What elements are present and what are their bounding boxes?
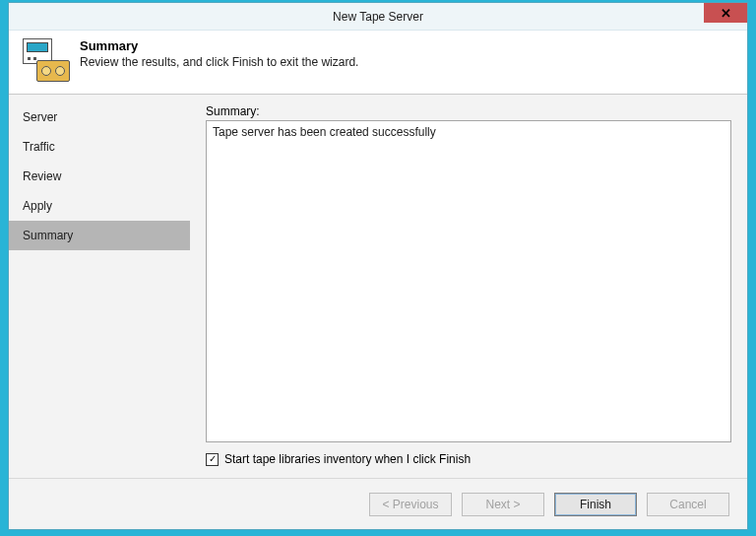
step-subtitle: Review the results, and click Finish to …	[80, 55, 358, 69]
header-text: Summary Review the results, and click Fi…	[80, 38, 358, 69]
nav-item-traffic[interactable]: Traffic	[9, 132, 190, 162]
nav-item-server[interactable]: Server	[9, 102, 190, 132]
wizard-nav: Server Traffic Review Apply Summary	[9, 95, 190, 478]
wizard-body: Server Traffic Review Apply Summary Summ…	[9, 95, 747, 478]
next-button: Next >	[462, 493, 544, 516]
inventory-checkbox-row: ✓ Start tape libraries inventory when I …	[206, 452, 731, 466]
step-title: Summary	[80, 38, 358, 53]
titlebar: New Tape Server ✕	[9, 3, 747, 31]
tape-server-icon	[23, 38, 68, 84]
close-button[interactable]: ✕	[704, 3, 747, 23]
summary-label: Summary:	[206, 104, 731, 118]
nav-item-summary[interactable]: Summary	[9, 221, 190, 250]
wizard-header: Summary Review the results, and click Fi…	[9, 31, 747, 95]
cancel-button: Cancel	[647, 493, 729, 516]
close-icon: ✕	[721, 6, 731, 21]
checkmark-icon: ✓	[209, 454, 217, 464]
wizard-main: Summary: Tape server has been created su…	[190, 95, 747, 478]
nav-item-review[interactable]: Review	[9, 162, 190, 191]
summary-output[interactable]: Tape server has been created successfull…	[206, 120, 731, 442]
window-title: New Tape Server	[333, 10, 423, 24]
inventory-checkbox[interactable]: ✓	[206, 453, 219, 466]
summary-text: Tape server has been created successfull…	[213, 125, 436, 139]
wizard-footer: < Previous Next > Finish Cancel	[9, 478, 747, 529]
finish-button[interactable]: Finish	[554, 493, 637, 516]
nav-item-apply[interactable]: Apply	[9, 191, 190, 221]
inventory-checkbox-label: Start tape libraries inventory when I cl…	[224, 452, 471, 466]
wizard-window: New Tape Server ✕ Summary Review the res…	[8, 2, 748, 530]
previous-button: < Previous	[369, 493, 452, 516]
